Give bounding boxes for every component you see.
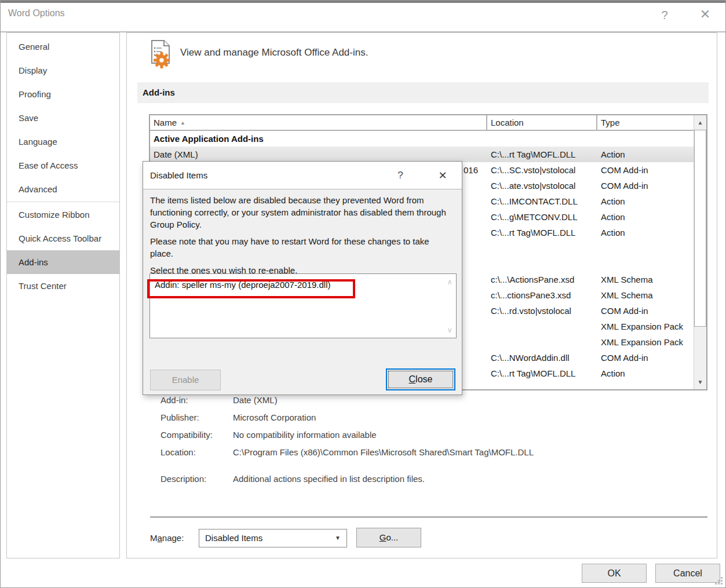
sidebar-item-save[interactable]: Save bbox=[7, 106, 119, 130]
dialog-help-icon[interactable]: ? bbox=[391, 162, 410, 189]
sidebar-item-advanced[interactable]: Advanced bbox=[7, 177, 119, 201]
table-scrollbar[interactable]: ▲ ▼ bbox=[694, 115, 706, 389]
detail-row-publisher: Publisher: Microsoft Corporation bbox=[160, 411, 534, 423]
close-icon[interactable]: ✕ bbox=[696, 5, 714, 24]
manage-divider bbox=[150, 516, 707, 518]
dialog-text-1: The items listed below are disabled beca… bbox=[150, 194, 447, 231]
detail-row-location: Location: C:\Program Files (x86)\Common … bbox=[160, 446, 534, 458]
addin-details: Add-in: Date (XML) Publisher: Microsoft … bbox=[160, 394, 534, 490]
sidebar-item-proofing[interactable]: Proofing bbox=[7, 82, 119, 106]
help-icon[interactable]: ? bbox=[656, 6, 673, 24]
detail-row-description: Description: Additional actions specifie… bbox=[160, 473, 534, 485]
manage-label: Manage: bbox=[150, 528, 184, 548]
list-scroll-down-icon[interactable]: ∨ bbox=[447, 326, 453, 334]
table-row-selected[interactable]: Date (XML) C:\...rt Tag\MOFL.DLL Action bbox=[150, 147, 706, 162]
sort-ascending-icon: ▲ bbox=[180, 120, 185, 126]
disabled-item-entry[interactable]: Addin: speller ms-my (deproeja2007-2019.… bbox=[150, 274, 456, 290]
dialog-text-2: Please note that you may have to restart… bbox=[150, 235, 447, 260]
go-button[interactable]: Go... bbox=[356, 528, 421, 547]
manage-dropdown[interactable]: Disabled Items ▼ bbox=[199, 529, 347, 547]
sidebar-item-general[interactable]: General bbox=[7, 35, 119, 59]
sidebar-item-quick-access-toolbar[interactable]: Quick Access Toolbar bbox=[7, 227, 119, 250]
detail-row-addin: Add-in: Date (XML) bbox=[160, 394, 534, 406]
dialog-body: The items listed below are disabled beca… bbox=[150, 194, 447, 281]
scroll-up-icon[interactable]: ▲ bbox=[694, 115, 706, 130]
sidebar-item-customize-ribbon[interactable]: Customize Ribbon bbox=[7, 203, 119, 227]
sidebar-item-ease-of-access[interactable]: Ease of Access bbox=[7, 154, 119, 177]
sidebar-item-add-ins[interactable]: Add-ins bbox=[7, 250, 119, 274]
sidebar-item-language[interactable]: Language bbox=[7, 130, 119, 154]
dialog-close-icon[interactable]: ✕ bbox=[432, 162, 454, 189]
column-header-name[interactable]: Name▲ bbox=[150, 115, 487, 130]
scroll-down-icon[interactable]: ▼ bbox=[694, 375, 706, 389]
detail-row-compatibility: Compatibility: No compatibility informat… bbox=[160, 429, 534, 441]
ok-button[interactable]: OK bbox=[582, 564, 647, 583]
enable-button[interactable]: Enable bbox=[150, 370, 221, 390]
sidebar-item-trust-center[interactable]: Trust Center bbox=[7, 274, 119, 298]
sidebar-divider bbox=[7, 202, 119, 202]
column-header-location[interactable]: Location bbox=[487, 115, 597, 130]
resize-grip-icon[interactable] bbox=[715, 577, 723, 585]
list-scroll-up-icon[interactable]: ∧ bbox=[447, 277, 453, 286]
word-options-window: Word Options ? ✕ General Display Proofin… bbox=[0, 0, 726, 588]
manage-dropdown-value: Disabled Items bbox=[205, 533, 262, 543]
column-header-type[interactable]: Type bbox=[597, 115, 695, 130]
window-top-border bbox=[1, 1, 725, 3]
window-title: Word Options bbox=[8, 8, 65, 19]
addins-section-header: Add-ins bbox=[137, 82, 709, 103]
page-heading: View and manage Microsoft Office Add-ins… bbox=[180, 47, 368, 59]
dialog-title: Disabled Items bbox=[150, 162, 207, 189]
cancel-button[interactable]: Cancel bbox=[655, 564, 720, 583]
close-button[interactable]: Close bbox=[386, 368, 455, 390]
options-sidebar: General Display Proofing Save Language E… bbox=[6, 32, 120, 558]
sidebar-item-display[interactable]: Display bbox=[7, 59, 119, 82]
disabled-items-dialog: Disabled Items ? ✕ The items listed belo… bbox=[143, 161, 462, 395]
table-group-row: Active Application Add-ins bbox=[150, 131, 706, 147]
dialog-titlebar: Disabled Items ? ✕ bbox=[143, 162, 462, 189]
dropdown-arrow-icon: ▼ bbox=[335, 529, 341, 547]
disabled-items-listbox[interactable]: Addin: speller ms-my (deproeja2007-2019.… bbox=[149, 273, 457, 338]
scrollbar-thumb[interactable] bbox=[694, 130, 706, 327]
table-header-row: Name▲ Location Type bbox=[150, 115, 706, 131]
addins-gear-icon bbox=[148, 39, 177, 72]
